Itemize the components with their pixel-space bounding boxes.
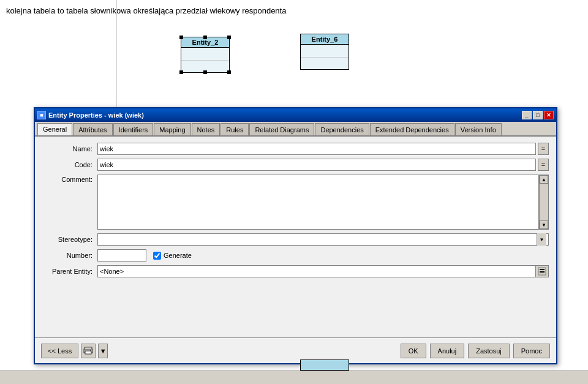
tab-notes[interactable]: Notes [192, 123, 221, 135]
name-row: Name: = [42, 143, 549, 155]
number-label: Number: [42, 252, 97, 259]
tab-dependencies[interactable]: Dependencies [315, 123, 369, 135]
minimize-button[interactable]: _ [522, 111, 532, 119]
scroll-down-arrow[interactable]: ▼ [540, 220, 548, 229]
stereotype-select[interactable]: ▼ [97, 233, 549, 246]
number-input[interactable] [97, 249, 146, 262]
name-input-wrap: = [97, 143, 549, 155]
tab-extended-dependencies[interactable]: Extended Dependencies [370, 123, 454, 135]
tab-identifiers[interactable]: Identifiers [113, 123, 154, 135]
name-eq-button[interactable]: = [538, 143, 549, 155]
code-input-wrap: = [97, 159, 549, 171]
tab-mapping[interactable]: Mapping [154, 123, 190, 135]
entity-6-body1 [301, 45, 349, 57]
comment-scrollbar[interactable]: ▲ ▼ [539, 175, 549, 230]
entity-6-body2 [301, 57, 349, 69]
print-icon [83, 347, 93, 355]
generate-wrap: Generate [153, 252, 192, 260]
parent-entity-row: Parent Entity: [42, 265, 549, 277]
titlebar-left: ■ Entity Properties - wiek (wiek) [37, 111, 144, 119]
handle-tm[interactable] [203, 36, 207, 39]
dialog-icon: ■ [37, 111, 46, 119]
code-input[interactable] [97, 159, 536, 171]
code-row: Code: = [42, 159, 549, 171]
canvas-vline [116, 0, 117, 122]
parent-entity-input[interactable] [97, 265, 535, 277]
comment-textarea[interactable] [97, 175, 539, 230]
dialog-content: Name: = Code: = Comment: ▲ ▼ [35, 137, 556, 287]
svg-rect-1 [540, 269, 545, 270]
svg-rect-5 [85, 351, 91, 354]
stereotype-dropdown-arrow[interactable]: ▼ [537, 233, 546, 246]
ok-button[interactable]: OK [401, 344, 426, 358]
parent-entity-input-wrap [97, 265, 549, 277]
stereotype-input-wrap: ▼ [97, 233, 549, 246]
zastosuj-button[interactable]: Zastosuj [468, 344, 510, 358]
entity-6-header: Entity_6 [301, 34, 349, 45]
partial-entity-box [300, 360, 349, 371]
tab-related-diagrams[interactable]: Related Diagrams [249, 123, 314, 135]
tab-bar: General Attributes Identifiers Mapping N… [35, 122, 556, 137]
dialog-titlebar: ■ Entity Properties - wiek (wiek) _ □ ✕ [35, 108, 556, 122]
code-label: Code: [42, 161, 97, 168]
handle-bm[interactable] [203, 70, 207, 74]
tab-rules[interactable]: Rules [221, 123, 249, 135]
less-button[interactable]: << Less [41, 344, 78, 358]
stereotype-row: Stereotype: ▼ [42, 233, 549, 246]
print-dropdown-button[interactable]: ▼ [98, 344, 108, 358]
entity-properties-dialog: ■ Entity Properties - wiek (wiek) _ □ ✕ … [34, 107, 557, 364]
code-eq-button[interactable]: = [538, 159, 549, 171]
entity-2-box[interactable]: Entity_2 [181, 37, 230, 73]
dialog-bottom-bar: << Less ▼ OK Anuluj Zastosuj Pomoc [35, 337, 556, 363]
stereotype-label: Stereotype: [42, 236, 97, 243]
number-input-wrap: Generate [97, 249, 549, 262]
maximize-button[interactable]: □ [533, 111, 543, 119]
status-bar [0, 371, 588, 384]
generate-checkbox[interactable] [153, 252, 161, 260]
scroll-up-arrow[interactable]: ▲ [540, 175, 548, 184]
parent-entity-browse-button[interactable] [535, 265, 549, 277]
name-input[interactable] [97, 143, 536, 155]
scroll-thumb [540, 184, 548, 220]
browse-icon [538, 267, 546, 276]
anuluj-button[interactable]: Anuluj [430, 344, 465, 358]
tab-attributes[interactable]: Attributes [73, 123, 112, 135]
titlebar-buttons: _ □ ✕ [522, 111, 554, 119]
bottom-left-buttons: << Less ▼ [41, 344, 108, 358]
handle-bl[interactable] [179, 70, 183, 74]
generate-label: Generate [164, 252, 192, 259]
name-label: Name: [42, 145, 97, 152]
parent-entity-label: Parent Entity: [42, 268, 97, 275]
dialog-title: Entity Properties - wiek (wiek) [48, 111, 144, 119]
handle-tl[interactable] [179, 36, 183, 39]
comment-row: Comment: ▲ ▼ [42, 175, 549, 230]
tab-version-info[interactable]: Version Info [455, 123, 502, 135]
entity-6-box[interactable]: Entity_6 [300, 34, 349, 70]
svg-rect-2 [540, 271, 545, 273]
entity-2-body1 [181, 48, 229, 60]
bottom-right-buttons: OK Anuluj Zastosuj Pomoc [401, 344, 550, 358]
canvas-description: kolejna tabela to tabela słownikowa okre… [6, 6, 286, 15]
svg-point-6 [90, 350, 91, 351]
handle-br[interactable] [227, 70, 231, 74]
print-button[interactable] [81, 344, 96, 358]
handle-tr[interactable] [227, 36, 231, 39]
close-button[interactable]: ✕ [544, 111, 554, 119]
pomoc-button[interactable]: Pomoc [513, 344, 550, 358]
number-row: Number: Generate [42, 249, 549, 262]
tab-general[interactable]: General [37, 123, 72, 135]
comment-area-wrap: ▲ ▼ [97, 175, 549, 230]
comment-label: Comment: [42, 175, 97, 183]
